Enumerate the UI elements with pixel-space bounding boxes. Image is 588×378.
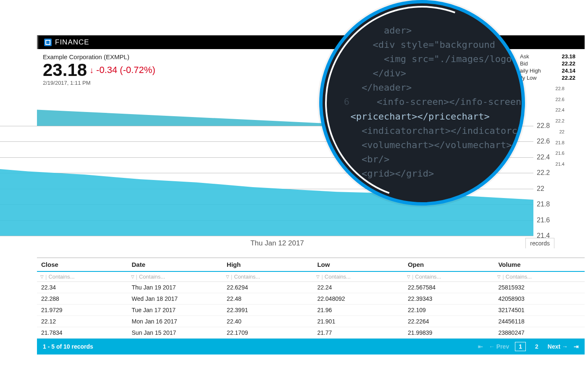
filter-icon: ▽ (226, 274, 229, 279)
pager-next-button[interactable]: Next → (548, 343, 568, 350)
table-cell: 21.96 (313, 305, 404, 316)
table-cell: 42058903 (494, 293, 585, 305)
code-line: <volumechart></volumechart> (339, 138, 509, 152)
down-arrow-icon: ↓ (89, 65, 94, 75)
code-line: ader> (339, 23, 509, 38)
chart-y-tick: 21.6 (537, 216, 558, 224)
table-cell: 23880247 (494, 327, 585, 339)
chart-y-tick: 22.6 (537, 138, 558, 145)
column-filter-input[interactable]: ▽ | Contains... (497, 274, 581, 280)
column-filter-input[interactable]: ▽ | Contains... (40, 274, 124, 280)
table-cell: 25815932 (494, 282, 585, 293)
mini-chart-tick: 22.8 (548, 86, 564, 91)
column-header[interactable]: Volume (494, 258, 585, 271)
table-cell: Thu Jan 19 2017 (128, 282, 223, 293)
stat-label-bid: Bid (520, 60, 528, 67)
table-cell: Tue Jan 17 2017 (128, 305, 223, 316)
filter-icon: ▽ (407, 274, 410, 279)
table-cell: 21.7834 (37, 327, 128, 339)
column-filter-input[interactable]: ▽ | Contains... (131, 274, 219, 280)
code-line: <indicatorchart></indicatorch (339, 124, 509, 138)
current-price: 23.18 (43, 61, 87, 79)
filter-icon: ▽ (316, 274, 320, 279)
table-cell: 22.048092 (313, 293, 404, 305)
app-title: FINANCE (55, 38, 89, 47)
code-line: <grid></grid> (339, 167, 509, 181)
column-filter-input[interactable]: ▽ | Contains... (226, 274, 310, 280)
code-line: <br/> (339, 152, 509, 167)
pager-summary: 1 - 5 of 10 records (43, 343, 93, 350)
code-line: </div> (339, 66, 509, 81)
chart-y-tick: 22 (537, 185, 558, 193)
table-cell: Wed Jan 18 2017 (128, 293, 223, 305)
chart-y-tick: 21.8 (537, 201, 558, 208)
table-cell: 21.901 (313, 316, 404, 327)
stat-value-low: 22.22 (562, 75, 575, 81)
pager-page-2[interactable]: 2 (532, 342, 542, 351)
table-cell: 32174501 (494, 305, 585, 316)
chart-y-tick: 22.8 (537, 122, 558, 130)
chart-y-tick: 22.4 (537, 154, 558, 161)
column-header[interactable]: Close (37, 258, 128, 271)
table-cell: 22.34 (37, 282, 128, 293)
stat-value-ask: 23.18 (562, 53, 575, 60)
column-header[interactable]: Date (128, 258, 223, 271)
table-row[interactable]: 21.7834Sun Jan 15 201722.170921.7721.998… (37, 327, 585, 339)
grid-filter-row: ▽ | Contains...▽ | Contains...▽ | Contai… (37, 272, 585, 282)
table-cell: 22.12 (37, 316, 128, 327)
table-cell: 22.39343 (404, 293, 494, 305)
table-cell: 22.40 (223, 316, 313, 327)
price-change: -0.34 (-0.72%) (96, 65, 155, 76)
table-row[interactable]: 22.288Wed Jan 18 201722.4822.04809222.39… (37, 293, 585, 305)
table-cell: 21.77 (313, 327, 404, 339)
table-cell: Mon Jan 16 2017 (128, 316, 223, 327)
pager-first-button[interactable]: ⇤ (478, 343, 483, 350)
table-cell: 22.6294 (223, 282, 313, 293)
svg-rect-0 (46, 40, 50, 44)
grid-header: CloseDateHighLowOpenVolume (37, 258, 585, 272)
table-row[interactable]: 22.34Thu Jan 19 201722.629422.2422.56758… (37, 282, 585, 293)
stat-label-ask: Ask (520, 53, 529, 60)
column-header[interactable]: Low (313, 258, 404, 271)
code-line: 6 <info-screen></info-screen> (339, 95, 509, 109)
column-header[interactable]: Open (404, 258, 494, 271)
table-cell: 22.24 (313, 282, 404, 293)
table-cell: 22.288 (37, 293, 128, 305)
code-magnifier: ader> <div style="background <img src=".… (319, 0, 525, 206)
filter-icon: ▽ (40, 274, 44, 279)
table-row[interactable]: 21.9729Tue Jan 17 201722.399121.9622.109… (37, 305, 585, 316)
table-cell: 22.2264 (404, 316, 494, 327)
table-cell: 22.567584 (404, 282, 494, 293)
table-cell: 24456118 (494, 316, 585, 327)
column-header[interactable]: High (223, 258, 313, 271)
table-cell: 22.1709 (223, 327, 313, 339)
stat-value-bid: 22.22 (562, 60, 575, 67)
table-row[interactable]: 22.12Mon Jan 16 201722.4021.90122.226424… (37, 316, 585, 327)
pager-last-button[interactable]: ⇥ (574, 343, 579, 350)
column-filter-input[interactable]: ▽ | Contains... (316, 274, 400, 280)
app-logo-icon (44, 39, 52, 46)
table-cell: 22.109 (404, 305, 494, 316)
chart-x-label: Thu Jan 12 2017 (250, 239, 304, 248)
column-filter-input[interactable]: ▽ | Contains... (407, 274, 491, 280)
data-grid: CloseDateHighLowOpenVolume ▽ | Contains.… (37, 258, 585, 355)
filter-icon: ▽ (131, 274, 134, 279)
records-tab[interactable]: records (525, 238, 554, 248)
chart-y-tick: 22.2 (537, 169, 558, 177)
table-cell: 21.9729 (37, 305, 128, 316)
pager-prev-button[interactable]: ← Prev (489, 343, 509, 350)
mini-chart-tick: 22.4 (548, 107, 564, 112)
table-cell: 21.99839 (404, 327, 494, 339)
table-cell: 22.3991 (223, 305, 313, 316)
table-cell: Sun Jan 15 2017 (128, 327, 223, 339)
table-cell: 22.48 (223, 293, 313, 305)
code-line: </header> (339, 81, 509, 95)
code-line: <div style="background (339, 38, 509, 52)
stat-value-high: 24.14 (562, 68, 575, 74)
stats-panel: Ask23.18 Bid22.22 aily High24.14 ily Low… (520, 53, 579, 86)
pager: 1 - 5 of 10 records ⇤ ← Prev 1 2 Next → … (37, 339, 585, 355)
code-line: <pricechart></pricechart> (339, 109, 509, 124)
filter-icon: ▽ (497, 274, 501, 279)
pager-page-1[interactable]: 1 (515, 342, 526, 351)
stat-label-high: aily High (520, 68, 541, 74)
